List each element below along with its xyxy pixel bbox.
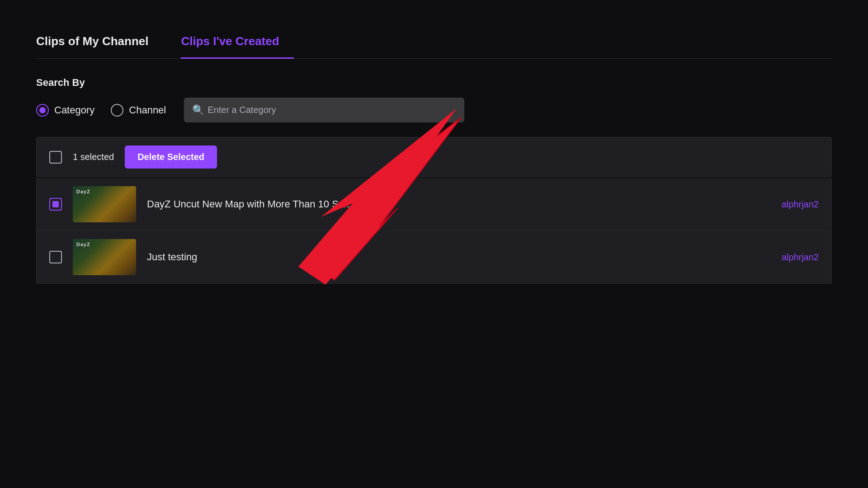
clip-thumbnail-inner-1: DayZ: [73, 186, 136, 222]
search-section: Search By Category Channel 🔍: [36, 77, 832, 122]
delete-selected-button[interactable]: Delete Selected: [125, 145, 217, 169]
search-by-label: Search By: [36, 77, 832, 89]
clip-checkbox-1[interactable]: [49, 198, 62, 211]
clip-title-1: DayZ Uncut New Map with More Than 10 Sur…: [147, 198, 771, 210]
clip-channel-1[interactable]: alphrjan2: [782, 199, 819, 210]
tabs-row: Clips of My Channel Clips I've Created: [36, 27, 832, 59]
clip-title-2: Just testing: [147, 251, 771, 263]
radio-label-category: Category: [54, 104, 94, 116]
radio-circle-category: [36, 104, 49, 117]
main-container: Clips of My Channel Clips I've Created S…: [0, 0, 868, 311]
radio-label-channel: Channel: [129, 104, 166, 116]
clip-checkbox-2[interactable]: [49, 251, 62, 263]
clip-thumbnail-1: DayZ: [73, 186, 136, 222]
selected-count: 1 selected: [73, 152, 114, 162]
tab-clips-of-my-channel[interactable]: Clips of My Channel: [36, 27, 163, 59]
radio-option-channel[interactable]: Channel: [111, 104, 166, 117]
clip-thumbnail-2: DayZ: [73, 239, 136, 275]
clip-thumbnail-label-2: DayZ: [76, 242, 90, 247]
clip-row: DayZ DayZ Uncut New Map with More Than 1…: [36, 178, 832, 231]
clip-row-2: DayZ Just testing alphrjan2: [36, 231, 832, 284]
clip-thumbnail-inner-2: DayZ: [73, 239, 136, 275]
search-input-wrapper: 🔍: [184, 98, 464, 122]
clip-channel-2[interactable]: alphrjan2: [782, 252, 819, 263]
select-all-checkbox[interactable]: [49, 151, 62, 164]
radio-group: Category Channel: [36, 104, 166, 117]
clip-thumbnail-label-1: DayZ: [76, 189, 90, 194]
tab-clips-ive-created[interactable]: Clips I've Created: [181, 27, 293, 59]
search-controls: Category Channel 🔍: [36, 98, 832, 122]
search-input[interactable]: [184, 98, 464, 122]
checkbox-inner-square: [52, 201, 59, 207]
page-wrapper: Clips of My Channel Clips I've Created S…: [0, 0, 868, 488]
radio-option-category[interactable]: Category: [36, 104, 94, 117]
selection-bar: 1 selected Delete Selected: [36, 137, 832, 177]
radio-circle-channel: [111, 104, 123, 117]
search-icon: 🔍: [192, 104, 204, 116]
